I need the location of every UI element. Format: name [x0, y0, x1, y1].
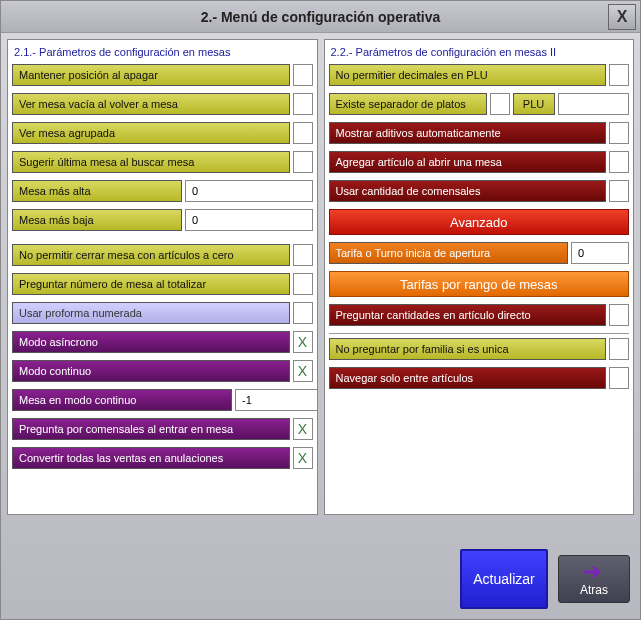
row-mesa-baja: Mesa más baja [12, 209, 313, 231]
opt-preguntar-num-mesa[interactable]: Preguntar número de mesa al totalizar [12, 273, 290, 295]
back-button[interactable]: ➔ Atras [558, 555, 630, 603]
left-section-title: 2.1.- Parámetros de configuración en mes… [12, 44, 313, 60]
opt-no-decimales-plu[interactable]: No permitier decimales en PLU [329, 64, 607, 86]
footer: Actualizar ➔ Atras [460, 549, 630, 609]
chk-ver-mesa-vacia[interactable] [293, 93, 313, 115]
chk-aditivos[interactable] [609, 122, 629, 144]
row-agregar-abrir: Agregar artículo al abrir una mesa [329, 151, 630, 173]
close-button[interactable]: X [608, 4, 636, 30]
opt-no-cerrar-cero[interactable]: No permitir cerrar mesa con artículos a … [12, 244, 290, 266]
chk-continuo[interactable]: X [293, 360, 313, 382]
row-preguntar-cantidades: Preguntar cantidades en artículo directo [329, 304, 630, 326]
config-window: 2.- Menú de configuración operativa X 2.… [0, 0, 641, 620]
chk-no-cerrar-cero[interactable] [293, 244, 313, 266]
chk-separador-platos[interactable] [490, 93, 510, 115]
row-mantener-posicion: Mantener posición al apagar [12, 64, 313, 86]
chk-cant-comensales[interactable] [609, 180, 629, 202]
chk-asincrono[interactable]: X [293, 331, 313, 353]
input-mesa-modo-continuo[interactable] [235, 389, 318, 411]
chk-comensales[interactable]: X [293, 418, 313, 440]
chk-no-familia[interactable] [609, 338, 629, 360]
window-title: 2.- Menú de configuración operativa [201, 9, 441, 25]
back-label: Atras [580, 583, 608, 597]
chk-no-decimales-plu[interactable] [609, 64, 629, 86]
chk-anulaciones[interactable]: X [293, 447, 313, 469]
opt-navegar-articulos[interactable]: Navegar solo entre artículos [329, 367, 607, 389]
chk-preguntar-num-mesa[interactable] [293, 273, 313, 295]
back-arrow-icon: ➔ [583, 561, 605, 583]
titlebar: 2.- Menú de configuración operativa X [1, 1, 640, 33]
chk-navegar-articulos[interactable] [609, 367, 629, 389]
row-continuo: Modo continuoX [12, 360, 313, 382]
opt-ver-mesa-agrupada[interactable]: Ver mesa agrupada [12, 122, 290, 144]
opt-mantener-posicion[interactable]: Mantener posición al apagar [12, 64, 290, 86]
row-ver-mesa-vacia: Ver mesa vacía al volver a mesa [12, 93, 313, 115]
row-sugerir-ultima: Sugerir última mesa al buscar mesa [12, 151, 313, 173]
row-tarifa-apertura: Tarifa o Turno inicia de apertura [329, 242, 630, 264]
opt-continuo[interactable]: Modo continuo [12, 360, 290, 382]
row-comensales: Pregunta por comensales al entrar en mes… [12, 418, 313, 440]
content-area: 2.1.- Parámetros de configuración en mes… [1, 33, 640, 521]
opt-no-familia[interactable]: No preguntar por familia si es unica [329, 338, 607, 360]
row-separador-platos: Existe separador de platos PLU [329, 93, 630, 115]
chk-preguntar-cantidades[interactable] [609, 304, 629, 326]
opt-proforma[interactable]: Usar proforma numerada [12, 302, 290, 324]
input-mesa-baja[interactable] [185, 209, 313, 231]
opt-agregar-abrir[interactable]: Agregar artículo al abrir una mesa [329, 151, 607, 173]
label-tarifa-apertura: Tarifa o Turno inicia de apertura [329, 242, 569, 264]
left-panel: 2.1.- Parámetros de configuración en mes… [7, 39, 318, 515]
tarifas-rango-button[interactable]: Tarifas por rango de mesas [329, 271, 630, 297]
opt-sugerir-ultima[interactable]: Sugerir última mesa al buscar mesa [12, 151, 290, 173]
row-mesa-alta: Mesa más alta [12, 180, 313, 202]
row-proforma: Usar proforma numerada [12, 302, 313, 324]
label-mesa-alta: Mesa más alta [12, 180, 182, 202]
row-preguntar-num-mesa: Preguntar número de mesa al totalizar [12, 273, 313, 295]
row-no-decimales-plu: No permitier decimales en PLU [329, 64, 630, 86]
section-divider [329, 333, 630, 334]
chk-proforma[interactable] [293, 302, 313, 324]
row-asincrono: Modo asíncronoX [12, 331, 313, 353]
chk-mantener-posicion[interactable] [293, 64, 313, 86]
row-no-familia: No preguntar por familia si es unica [329, 338, 630, 360]
right-section-title: 2.2.- Parámetros de configuración en mes… [329, 44, 630, 60]
row-navegar-articulos: Navegar solo entre artículos [329, 367, 630, 389]
row-mesa-modo-continuo: Mesa en modo continuo [12, 389, 313, 411]
chk-sugerir-ultima[interactable] [293, 151, 313, 173]
opt-preguntar-cantidades[interactable]: Preguntar cantidades en artículo directo [329, 304, 607, 326]
opt-cant-comensales[interactable]: Usar cantidad de comensales [329, 180, 607, 202]
avanzado-button[interactable]: Avanzado [329, 209, 630, 235]
label-mesa-modo-continuo: Mesa en modo continuo [12, 389, 232, 411]
input-mesa-alta[interactable] [185, 180, 313, 202]
row-cant-comensales: Usar cantidad de comensales [329, 180, 630, 202]
row-ver-mesa-agrupada: Ver mesa agrupada [12, 122, 313, 144]
update-button[interactable]: Actualizar [460, 549, 548, 609]
row-anulaciones: Convertir todas las ventas en anulacione… [12, 447, 313, 469]
plu-button[interactable]: PLU [513, 93, 555, 115]
row-no-cerrar-cero: No permitir cerrar mesa con artículos a … [12, 244, 313, 266]
opt-ver-mesa-vacia[interactable]: Ver mesa vacía al volver a mesa [12, 93, 290, 115]
label-mesa-baja: Mesa más baja [12, 209, 182, 231]
chk-agregar-abrir[interactable] [609, 151, 629, 173]
input-tarifa-apertura[interactable] [571, 242, 629, 264]
opt-aditivos[interactable]: Mostrar aditivos automaticamente [329, 122, 607, 144]
opt-asincrono[interactable]: Modo asíncrono [12, 331, 290, 353]
opt-separador-platos[interactable]: Existe separador de platos [329, 93, 487, 115]
right-panel: 2.2.- Parámetros de configuración en mes… [324, 39, 635, 515]
input-separador-plu[interactable] [558, 93, 630, 115]
opt-anulaciones[interactable]: Convertir todas las ventas en anulacione… [12, 447, 290, 469]
chk-ver-mesa-agrupada[interactable] [293, 122, 313, 144]
row-aditivos: Mostrar aditivos automaticamente [329, 122, 630, 144]
opt-comensales[interactable]: Pregunta por comensales al entrar en mes… [12, 418, 290, 440]
